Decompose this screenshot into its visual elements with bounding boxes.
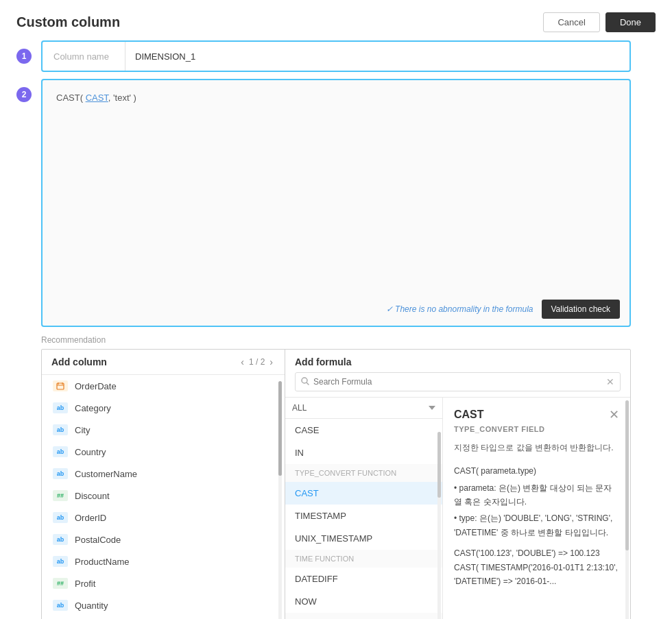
list-item[interactable]: ab ProductName (42, 550, 285, 572)
column-list: OrderDate ab Category ab City ab Country… (42, 375, 285, 619)
list-item[interactable]: OrderDate (42, 375, 285, 397)
add-column-panel: Add column ‹ 1 / 2 › OrderDate ab Catego… (42, 350, 285, 619)
col-name-input[interactable] (125, 43, 629, 70)
detail-title: CAST (454, 409, 484, 421)
detail-examples: CAST('100.123', 'DOUBLE') => 100.123 CAS… (454, 546, 619, 588)
formula-list: ALL STRING NUMBER DATE LOGICAL CASE IN T… (285, 398, 443, 619)
formula-item[interactable]: DATEDIFF (285, 568, 442, 590)
column-list-scrollthumb[interactable] (278, 381, 282, 476)
add-column-title: Add column (51, 356, 107, 367)
prev-page-arrow[interactable]: ‹ (239, 356, 246, 367)
formula-section-label: TIME FUNCTION (285, 550, 442, 568)
list-item[interactable]: ab CustomerName (42, 463, 285, 485)
col-type-icon: ab (53, 446, 68, 457)
formula-suffix: , 'text' ) (108, 93, 136, 103)
formula-search-bar: ✕ (295, 372, 621, 391)
col-type-icon: ab (53, 556, 68, 567)
step-badge-1: 1 (16, 49, 32, 64)
page-title: Custom column (16, 14, 120, 30)
detail-description: 지정한 타입으로 값을 변환하여 반환합니다. (454, 441, 619, 454)
column-name: Profit (75, 579, 95, 589)
list-item[interactable]: ## Discount (42, 485, 285, 507)
detail-subtitle: TYPE_CONVERT FIELD (454, 425, 619, 433)
formula-item[interactable]: CASE (285, 419, 442, 441)
detail-scrolltrack (625, 400, 629, 619)
pagination: ‹ 1 / 2 › (239, 356, 275, 367)
formula-item[interactable]: TIMESTAMP (285, 505, 442, 527)
next-page-arrow[interactable]: › (267, 356, 275, 367)
detail-scrollthumb[interactable] (625, 400, 629, 550)
formula-item[interactable]: NOW (285, 590, 442, 613)
add-formula-panel: Add formula ✕ ALL STRING NUMBER DATE LOG… (285, 350, 630, 619)
validation-bar: ✓ There is no abnormality in the formula… (43, 293, 629, 326)
done-button[interactable]: Done (605, 12, 656, 32)
formula-list-scrolltrack (437, 432, 441, 619)
column-name: Category (75, 403, 111, 413)
svg-line-5 (307, 383, 309, 385)
formula-item-cast[interactable]: CAST (285, 482, 442, 505)
list-item[interactable]: ab PostalCode (42, 529, 285, 550)
recommendation-label: Recommendation (41, 335, 631, 345)
column-name: OrderDate (75, 381, 117, 391)
col-type-icon: ab (53, 468, 68, 479)
formula-detail-panel: CAST ✕ TYPE_CONVERT FIELD 지정한 타입으로 값을 변환… (443, 398, 630, 619)
formula-section-label: TYPE_CONVERT FUNCTION (285, 464, 442, 482)
col-type-icon: ## (53, 490, 68, 501)
page-header: Custom column Cancel Done (0, 0, 672, 40)
example-2: CAST( TIMESTAMP('2016-01-01T1 2:13:10', … (454, 561, 619, 589)
column-name: PostalCode (75, 535, 121, 545)
list-item[interactable]: ab City (42, 419, 285, 441)
list-item[interactable]: ab Quantity (42, 594, 285, 616)
formula-link[interactable]: CAST (86, 93, 108, 103)
formula-list-scrollthumb[interactable] (437, 432, 441, 498)
clear-search-icon[interactable]: ✕ (606, 376, 614, 387)
step-badge-2: 2 (16, 87, 32, 102)
detail-close-icon[interactable]: ✕ (609, 407, 619, 422)
column-name: CustomerName (75, 469, 137, 479)
example-1: CAST('100.123', 'DOUBLE') => 100.123 (454, 546, 619, 560)
list-item[interactable]: ## Profit (42, 572, 285, 594)
column-list-scrolltrack (278, 381, 282, 619)
formula-prefix: CAST( (56, 93, 86, 103)
detail-header: CAST ✕ (454, 407, 619, 422)
formula-section-label: ETC FUNCTION (285, 613, 442, 619)
col-type-icon (53, 380, 68, 391)
column-name: ProductName (75, 557, 129, 567)
col-type-icon: ## (53, 578, 68, 589)
header-buttons: Cancel Done (543, 12, 656, 32)
col-type-icon: ab (53, 424, 68, 435)
usage-param1: • parameta: 은(는) 변환할 대상이 되는 문자열 혹은 숫자입니다… (454, 481, 619, 509)
formula-inner-panels: ALL STRING NUMBER DATE LOGICAL CASE IN T… (285, 398, 630, 619)
col-type-icon: ab (53, 600, 68, 611)
formula-filter-select[interactable]: ALL STRING NUMBER DATE LOGICAL (285, 398, 442, 419)
formula-item[interactable]: UNIX_TIMESTAMP (285, 527, 442, 550)
col-type-icon: ab (53, 402, 68, 413)
col-type-icon: ab (53, 534, 68, 545)
usage-signature: CAST( parameta.type) (454, 464, 619, 478)
column-name: Country (75, 447, 106, 457)
validation-check-button[interactable]: Validation check (542, 300, 621, 319)
list-item[interactable]: ab Country (42, 441, 285, 463)
list-item[interactable]: ab Region (42, 616, 285, 619)
column-name: City (75, 425, 90, 435)
svg-point-4 (302, 378, 307, 383)
column-name: Quantity (75, 600, 108, 611)
cancel-button[interactable]: Cancel (543, 12, 599, 32)
column-name: OrderID (75, 513, 106, 523)
col-name-label: Column name (43, 43, 125, 70)
formula-editor[interactable]: CAST( CAST, 'text' ) (43, 80, 629, 217)
formula-search-input[interactable] (313, 377, 602, 387)
column-name: Discount (75, 491, 110, 501)
formula-panel-title: Add formula (295, 356, 621, 367)
usage-param2: • type: 은(는) 'DOUBLE', 'LONG', 'STRING',… (454, 511, 619, 539)
add-column-header: Add column ‹ 1 / 2 › (42, 350, 285, 375)
detail-usage: CAST( parameta.type) • parameta: 은(는) 변환… (454, 464, 619, 539)
page-info: 1 / 2 (249, 357, 265, 367)
search-icon (301, 377, 309, 387)
validation-message: ✓ There is no abnormality in the formula (386, 304, 533, 314)
list-item[interactable]: ab OrderID (42, 507, 285, 529)
col-type-icon: ab (53, 512, 68, 523)
list-item[interactable]: ab Category (42, 397, 285, 419)
formula-item[interactable]: IN (285, 441, 442, 464)
formula-panel-header: Add formula ✕ (285, 350, 630, 398)
